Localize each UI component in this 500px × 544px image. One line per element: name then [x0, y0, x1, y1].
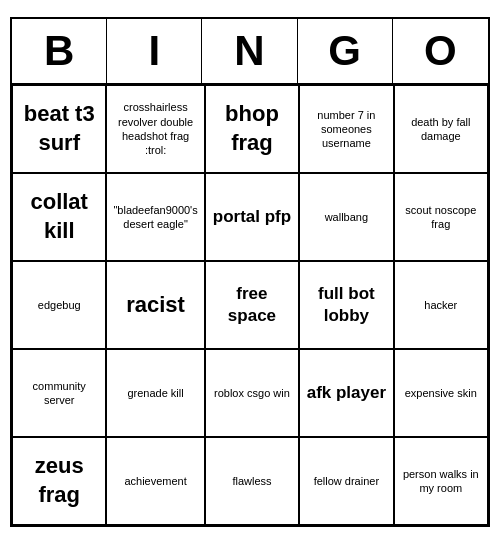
bingo-cell-14: hacker	[394, 261, 488, 349]
bingo-cell-12: free space	[205, 261, 299, 349]
bingo-letter-g: G	[298, 19, 393, 83]
bingo-cell-9: scout noscope frag	[394, 173, 488, 261]
bingo-cell-11: racist	[106, 261, 204, 349]
bingo-cell-17: roblox csgo win	[205, 349, 299, 437]
bingo-cell-10: edgebug	[12, 261, 106, 349]
bingo-letter-i: I	[107, 19, 202, 83]
bingo-cell-3: number 7 in someones username	[299, 85, 393, 173]
bingo-cell-20: zeus frag	[12, 437, 106, 525]
bingo-letter-n: N	[202, 19, 297, 83]
bingo-cell-0: beat t3 surf	[12, 85, 106, 173]
bingo-cell-16: grenade kill	[106, 349, 204, 437]
bingo-grid: beat t3 surfcrosshairless revolver doubl…	[12, 85, 488, 525]
bingo-header: BINGO	[12, 19, 488, 85]
bingo-cell-5: collat kill	[12, 173, 106, 261]
bingo-cell-23: fellow drainer	[299, 437, 393, 525]
bingo-letter-o: O	[393, 19, 488, 83]
bingo-letter-b: B	[12, 19, 107, 83]
bingo-cell-6: "bladeefan9000's desert eagle"	[106, 173, 204, 261]
bingo-cell-18: afk player	[299, 349, 393, 437]
bingo-cell-13: full bot lobby	[299, 261, 393, 349]
bingo-cell-7: portal pfp	[205, 173, 299, 261]
bingo-cell-2: bhop frag	[205, 85, 299, 173]
bingo-card: BINGO beat t3 surfcrosshairless revolver…	[10, 17, 490, 527]
bingo-cell-4: death by fall damage	[394, 85, 488, 173]
bingo-cell-1: crosshairless revolver double headshot f…	[106, 85, 204, 173]
bingo-cell-24: person walks in my room	[394, 437, 488, 525]
bingo-cell-21: achievement	[106, 437, 204, 525]
bingo-cell-19: expensive skin	[394, 349, 488, 437]
bingo-cell-15: community server	[12, 349, 106, 437]
bingo-cell-8: wallbang	[299, 173, 393, 261]
bingo-cell-22: flawless	[205, 437, 299, 525]
